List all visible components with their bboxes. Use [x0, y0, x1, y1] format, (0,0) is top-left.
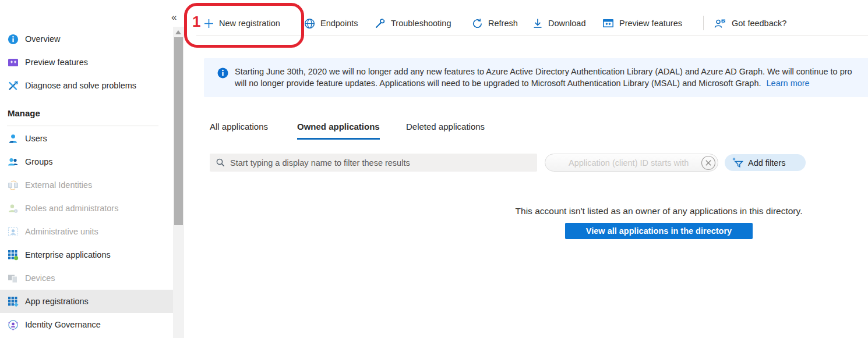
view-all-applications-button[interactable]: View all applications in the directory — [565, 223, 753, 239]
troubleshooting-button[interactable]: Troubleshooting — [375, 15, 451, 31]
sidebar-item-label: Administrative units — [25, 227, 98, 236]
search-icon — [216, 158, 225, 168]
sidebar-item-label: Preview features — [25, 58, 88, 67]
user-icon — [8, 133, 19, 144]
sidebar-item-devices[interactable]: Devices — [0, 266, 173, 290]
sidebar-section-manage: Manage — [8, 108, 40, 118]
sidebar-item-label: Overview — [25, 34, 60, 44]
info-icon — [8, 34, 19, 45]
sidebar-item-roles-administrators[interactable]: Roles and administrators — [0, 197, 173, 220]
sidebar-item-diagnose[interactable]: Diagnose and solve problems — [0, 74, 173, 97]
preview-features-button[interactable]: Preview features — [602, 15, 682, 31]
feedback-icon — [714, 18, 726, 29]
devices-icon — [8, 273, 19, 284]
identity-governance-icon — [8, 319, 19, 330]
new-registration-button[interactable]: New registration — [204, 15, 280, 31]
toolbar-separator — [703, 16, 704, 30]
filter-pill-label: Application (client) ID starts with — [569, 158, 689, 168]
troubleshooting-label: Troubleshooting — [391, 19, 451, 28]
sidebar-item-app-registrations[interactable]: App registrations — [0, 290, 173, 313]
preview-window-icon — [602, 18, 614, 29]
info-icon — [217, 67, 228, 79]
group-icon — [8, 156, 19, 168]
sidebar-item-administrative-units[interactable]: Administrative units — [0, 220, 173, 243]
new-registration-label: New registration — [219, 19, 280, 28]
search-input[interactable] — [230, 158, 521, 168]
wrench-icon — [375, 18, 386, 29]
toolbar-divider — [196, 35, 868, 36]
sidebar-item-preview-features[interactable]: Preview features — [0, 51, 173, 74]
banner-line2: will no longer provide feature updates. … — [235, 79, 761, 88]
download-label: Download — [548, 19, 586, 28]
admin-units-icon — [8, 226, 19, 237]
vertical-scrollbar[interactable] — [173, 27, 184, 338]
learn-more-link[interactable]: Learn more — [767, 79, 810, 88]
app-registrations-icon — [8, 296, 19, 307]
roles-icon — [8, 203, 19, 214]
sidebar-item-overview[interactable]: Overview — [0, 27, 173, 51]
client-id-filter-pill[interactable]: Application (client) ID starts with — [545, 154, 718, 172]
refresh-icon — [472, 18, 483, 29]
globe-icon — [304, 18, 315, 29]
scrollbar-thumb[interactable] — [174, 37, 183, 225]
enterprise-apps-icon — [8, 250, 19, 261]
sidebar-item-groups[interactable]: Groups — [0, 150, 173, 173]
sidebar-item-label: Devices — [25, 273, 55, 283]
external-identities-icon — [8, 180, 19, 191]
sidebar-item-label: Enterprise applications — [25, 250, 111, 259]
sidebar-item-enterprise-applications[interactable]: Enterprise applications — [0, 243, 173, 266]
got-feedback-button[interactable]: Got feedback? — [714, 15, 786, 31]
tab-owned-applications[interactable]: Owned applications — [297, 122, 380, 140]
tab-all-applications[interactable]: All applications — [210, 122, 268, 140]
sidebar-item-identity-governance[interactable]: Identity Governance — [0, 313, 173, 336]
application-search-box[interactable] — [210, 154, 537, 172]
dismiss-filter-icon[interactable] — [701, 155, 716, 170]
sidebar-item-label: Identity Governance — [25, 320, 101, 329]
empty-state-message: This account isn't listed as an owner of… — [492, 206, 825, 216]
add-filters-button[interactable]: Add filters — [725, 154, 806, 171]
sidebar-item-label: Roles and administrators — [25, 204, 118, 213]
refresh-button[interactable]: Refresh — [472, 15, 518, 31]
sidebar-collapse-button[interactable]: « — [171, 12, 177, 23]
sidebar-item-label: Groups — [25, 157, 53, 166]
sidebar-item-external-identities[interactable]: External Identities — [0, 173, 173, 197]
add-filters-label: Add filters — [748, 158, 785, 168]
scrollbar-up-arrow-icon[interactable] — [175, 30, 181, 34]
endpoints-label: Endpoints — [320, 19, 358, 28]
preview-features-label: Preview features — [619, 19, 682, 28]
sidebar-item-label: Users — [25, 134, 47, 143]
tools-icon — [8, 80, 19, 91]
sidebar-item-label: External Identities — [25, 180, 92, 190]
clipped-title-fragment: y — [110, 0, 115, 2]
banner-line1: Starting June 30th, 2020 we will no long… — [235, 66, 868, 78]
sidebar-item-label: App registrations — [25, 297, 89, 306]
refresh-label: Refresh — [488, 19, 518, 28]
sidebar-item-label: Diagnose and solve problems — [25, 81, 136, 90]
got-feedback-label: Got feedback? — [732, 19, 786, 28]
sidebar-item-users[interactable]: Users — [0, 127, 173, 150]
download-icon — [532, 18, 543, 29]
endpoints-button[interactable]: Endpoints — [304, 15, 358, 31]
sidebar-divider — [7, 126, 158, 126]
preview-features-icon — [8, 57, 19, 68]
add-filter-icon — [732, 157, 743, 168]
sidebar: y Overview Preview features Diagnose and… — [0, 0, 173, 338]
plus-icon — [204, 19, 214, 29]
deprecation-info-banner: Starting June 30th, 2020 we will no long… — [204, 58, 868, 97]
download-button[interactable]: Download — [532, 15, 586, 31]
annotation-step-number: 1 — [192, 13, 200, 31]
tab-deleted-applications[interactable]: Deleted applications — [406, 122, 485, 140]
